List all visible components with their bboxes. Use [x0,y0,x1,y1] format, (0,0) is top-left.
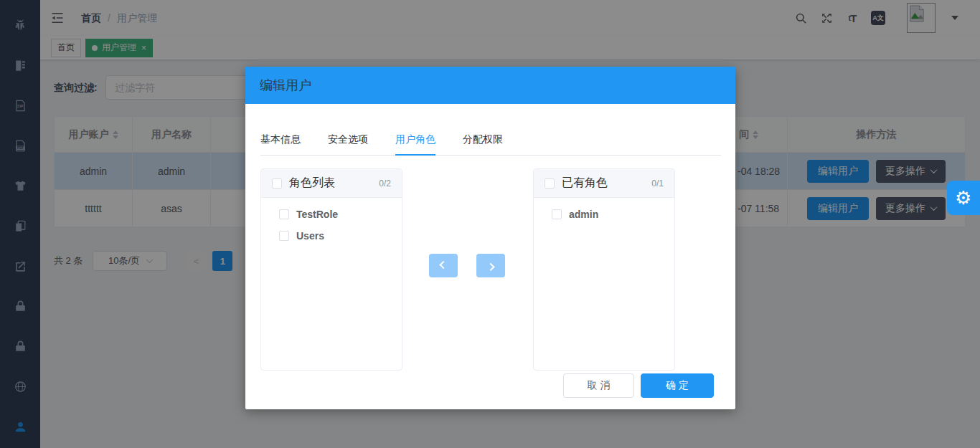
gear-icon: ⚙ [955,187,971,209]
app-root: ZIP PDF 首页 / [0,0,980,448]
transfer-source-panel: 角色列表 0/2 TestRole Users [260,168,402,371]
transfer-source-header: 角色列表 0/2 [261,169,402,198]
transfer-target-title: 已有角色 [562,176,608,191]
dialog-header: 编辑用户 [245,67,735,104]
chevron-right-icon [486,262,494,270]
item-checkbox[interactable] [279,209,289,219]
transfer-target-panel: 已有角色 0/1 admin [533,168,675,371]
select-all-checkbox[interactable] [545,178,555,189]
list-item[interactable]: TestRole [261,204,402,225]
tab-basic-info[interactable]: 基本信息 [260,133,301,156]
transfer-source-count: 0/2 [379,178,391,189]
tab-assign-permissions[interactable]: 分配权限 [463,133,503,156]
settings-panel-button[interactable]: ⚙ [947,181,980,215]
item-checkbox[interactable] [279,231,289,241]
transfer-target-header: 已有角色 0/1 [534,169,674,198]
item-checkbox[interactable] [552,209,562,219]
transfer-to-left-button[interactable] [429,254,458,277]
select-all-checkbox[interactable] [272,178,282,189]
tab-security-options[interactable]: 安全选项 [328,133,368,156]
dialog-tabs: 基本信息 安全选项 用户角色 分配权限 [260,133,721,156]
list-item[interactable]: Users [261,225,402,247]
transfer-to-right-button[interactable] [476,254,505,277]
chevron-left-icon [439,260,447,268]
confirm-button[interactable]: 确 定 [641,373,714,398]
dialog-title: 编辑用户 [260,77,311,94]
cancel-button[interactable]: 取 消 [563,373,634,398]
transfer-source-title: 角色列表 [289,176,335,191]
edit-user-dialog: 编辑用户 基本信息 安全选项 用户角色 分配权限 角色列表 0/2 TestRo… [245,67,735,409]
transfer-target-count: 0/1 [651,178,664,189]
tab-user-roles[interactable]: 用户角色 [395,133,435,156]
list-item[interactable]: admin [534,204,674,225]
